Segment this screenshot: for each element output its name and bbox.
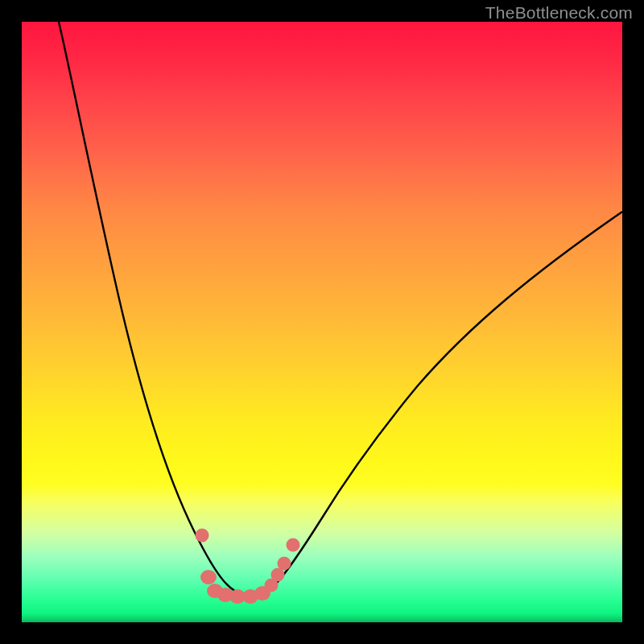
marker-dot [196,529,209,543]
bottleneck-curve-path [59,22,622,597]
marker-dot [287,539,300,552]
marker-dot [278,557,291,571]
curve-svg [22,22,622,622]
marker-dot [200,570,217,584]
watermark-text: TheBottleneck.com [485,3,633,23]
chart-frame [22,22,622,622]
